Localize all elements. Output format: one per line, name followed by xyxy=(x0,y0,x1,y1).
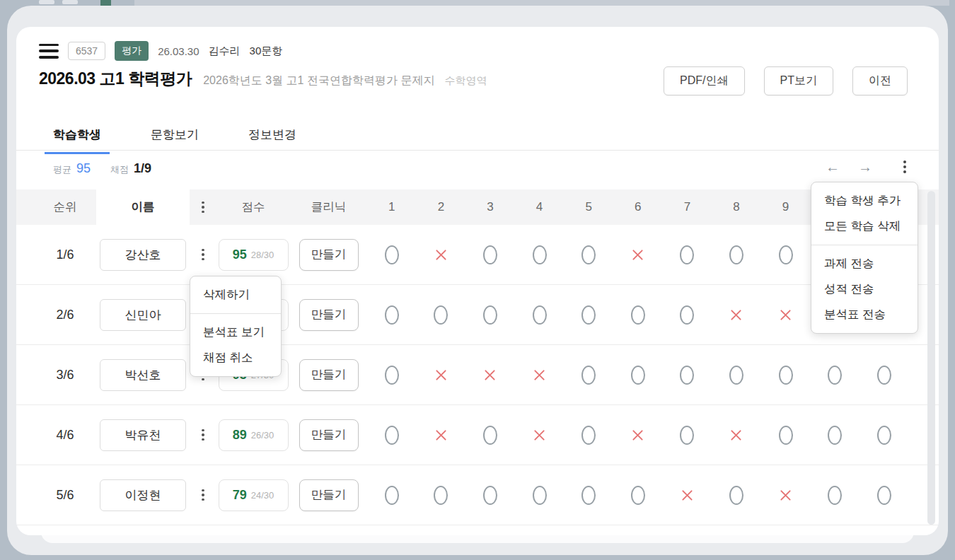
clinic-create-button[interactable]: 만들기 xyxy=(299,479,359,511)
overflow-menu-item[interactable]: 과제 전송 xyxy=(811,251,918,276)
tab-3[interactable]: 정보변경 xyxy=(240,120,305,154)
mark-incorrect xyxy=(761,308,811,322)
student-name-button[interactable]: 이정현 xyxy=(100,479,186,511)
clinic-create-button[interactable]: 만들기 xyxy=(299,419,359,451)
header-question-number: 4 xyxy=(515,200,565,214)
row-kebab-icon[interactable] xyxy=(197,427,209,443)
mark-correct xyxy=(663,305,712,325)
row-kebab-icon[interactable] xyxy=(197,487,209,503)
header-name: 이름 xyxy=(96,189,190,225)
pt-view-button[interactable]: PT보기 xyxy=(764,66,833,95)
back-button[interactable]: 이전 xyxy=(852,66,908,95)
header-question-number: 3 xyxy=(465,200,515,214)
overflow-menu: 학습 학생 추가모든 학습 삭제과제 전송성적 전송분석표 전송 xyxy=(811,182,918,334)
context-menu-item[interactable]: 채점 취소 xyxy=(190,345,281,371)
student-rank: 3/6 xyxy=(34,368,96,383)
mark-incorrect xyxy=(417,368,466,383)
mark-correct xyxy=(564,426,613,445)
header-question-number: 7 xyxy=(663,200,712,214)
header-question-number: 6 xyxy=(613,200,663,214)
mark-incorrect xyxy=(417,428,466,443)
overflow-menu-item[interactable]: 학습 학생 추가 xyxy=(811,188,918,214)
mark-incorrect xyxy=(515,428,565,443)
table-rows: 1/6 강산호 95 28/30 만들기 2/6 신민아 만들기 3/6 박선호 xyxy=(16,225,939,525)
context-menu-item[interactable]: 삭제하기 xyxy=(190,282,281,308)
table-row: 1/6 강산호 95 28/30 만들기 xyxy=(16,225,939,285)
exam-type-badge: 평가 xyxy=(115,41,149,61)
meta-bar: 6537 평가 26.03.30 김수리 30문항 xyxy=(39,41,282,61)
toolbar: PDF/인쇄 PT보기 이전 xyxy=(664,66,908,95)
subject-label: 수학영역 xyxy=(444,74,487,88)
student-name-button[interactable]: 강산호 xyxy=(100,239,186,271)
mark-correct xyxy=(465,486,515,505)
mark-correct xyxy=(663,426,712,445)
mark-correct xyxy=(761,366,811,385)
header-question-number: 1 xyxy=(367,200,417,214)
exam-date: 26.03.30 xyxy=(158,45,199,57)
score-box[interactable]: 95 28/30 xyxy=(219,239,289,271)
table-row: 2/6 신민아 만들기 xyxy=(16,285,939,345)
overflow-menu-icon[interactable] xyxy=(899,158,910,175)
student-rank: 4/6 xyxy=(34,428,96,443)
clinic-create-button[interactable]: 만들기 xyxy=(299,359,359,391)
arrow-right-icon[interactable]: → xyxy=(855,157,875,177)
average-value: 95 xyxy=(76,161,91,176)
overflow-menu-item[interactable]: 성적 전송 xyxy=(811,276,918,302)
table-row: 5/6 이정현 79 24/30 만들기 xyxy=(16,465,939,525)
tab-divider xyxy=(16,150,939,151)
student-rank: 5/6 xyxy=(34,488,96,503)
score-raw: 28/30 xyxy=(251,250,274,260)
overflow-menu-item[interactable]: 모든 학습 삭제 xyxy=(811,214,918,239)
score-box[interactable]: 89 26/30 xyxy=(219,419,289,451)
mark-incorrect xyxy=(613,428,663,443)
overflow-menu-item[interactable]: 분석표 전송 xyxy=(811,302,918,327)
background-tab-fragment xyxy=(39,0,54,4)
header-question-number: 5 xyxy=(564,200,613,214)
mark-correct xyxy=(810,366,860,385)
mark-correct xyxy=(860,366,909,385)
mark-correct xyxy=(417,486,466,505)
clinic-create-button[interactable]: 만들기 xyxy=(299,299,359,331)
grading-value: 1/9 xyxy=(134,161,151,176)
header-question-number: 9 xyxy=(761,200,811,214)
student-name-button[interactable]: 신민아 xyxy=(100,299,186,331)
mark-correct xyxy=(663,245,712,264)
mark-incorrect xyxy=(613,247,663,262)
mark-correct xyxy=(810,486,860,505)
mark-correct xyxy=(465,305,515,325)
background-tab-fragment xyxy=(62,0,78,4)
score-value: 95 xyxy=(233,247,247,262)
mark-correct xyxy=(417,305,466,325)
row-context-menu: 삭제하기분석표 보기채점 취소 xyxy=(190,276,282,377)
arrow-left-icon[interactable]: ← xyxy=(823,157,843,177)
row-kebab-icon[interactable] xyxy=(197,247,209,263)
title-row: 2026.03 고1 학력평가 2026학년도 3월 고1 전국연합학력평가 문… xyxy=(39,68,487,90)
vertical-scrollbar[interactable] xyxy=(927,191,935,525)
main-card: 6537 평가 26.03.30 김수리 30문항 2026.03 고1 학력평… xyxy=(16,27,939,535)
mark-correct xyxy=(613,305,663,325)
page-title: 2026.03 고1 학력평가 xyxy=(39,68,192,90)
mark-correct xyxy=(613,486,663,505)
mark-correct xyxy=(515,305,565,325)
clinic-create-button[interactable]: 만들기 xyxy=(299,239,359,271)
context-menu-item[interactable]: 분석표 보기 xyxy=(190,320,281,345)
tab-2[interactable]: 문항보기 xyxy=(142,120,207,154)
student-name-button[interactable]: 박유천 xyxy=(100,419,186,451)
student-name-button[interactable]: 박선호 xyxy=(100,359,186,391)
score-box[interactable]: 79 24/30 xyxy=(219,479,289,511)
background-green-fragment xyxy=(100,0,111,6)
mark-correct xyxy=(810,426,860,445)
tab-1[interactable]: 학습학생 xyxy=(45,120,110,154)
mark-correct xyxy=(367,426,417,445)
student-rank: 2/6 xyxy=(34,308,96,322)
background-strip xyxy=(134,0,949,6)
mark-correct xyxy=(564,305,613,325)
mark-incorrect xyxy=(663,488,712,503)
mark-correct xyxy=(761,426,811,445)
tab-bar: 학습학생문항보기정보변경 xyxy=(45,120,305,154)
mark-correct xyxy=(712,366,761,385)
pdf-print-button[interactable]: PDF/인쇄 xyxy=(664,66,744,95)
header-kebab-icon[interactable] xyxy=(197,199,209,216)
mark-correct xyxy=(564,486,613,505)
hamburger-menu-icon[interactable] xyxy=(39,44,59,59)
